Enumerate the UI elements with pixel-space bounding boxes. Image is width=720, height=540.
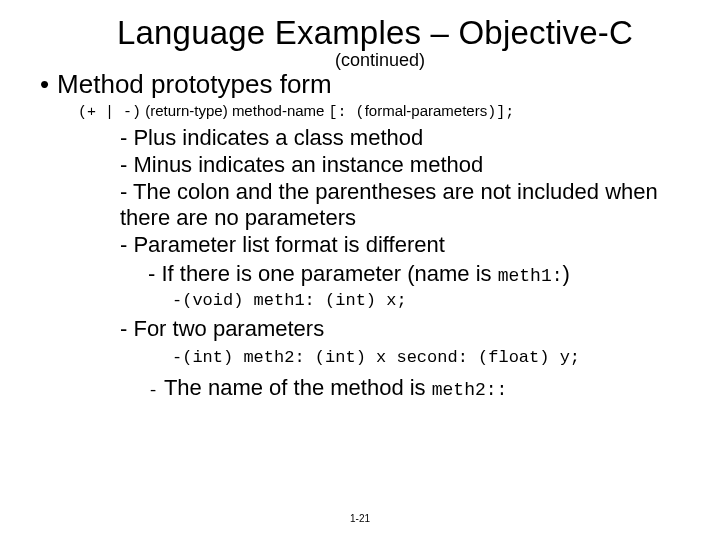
slide-title: Language Examples – Objective-C bbox=[60, 14, 690, 52]
l2-item: - Plus indicates a class method bbox=[120, 125, 660, 152]
l2-item: - The colon and the parentheses are not … bbox=[120, 179, 660, 233]
l2-item: - Minus indicates an instance method bbox=[120, 152, 660, 179]
code-line-1: -(void) meth1: (int) x; bbox=[172, 291, 690, 310]
bullet-level-3: - The name of the method is meth2:: bbox=[148, 375, 690, 401]
l3-text-c: ) bbox=[563, 261, 570, 286]
slide: Language Examples – Objective-C (continu… bbox=[0, 0, 720, 401]
syntax-bracket-close: )]; bbox=[487, 104, 514, 121]
syntax-plusminus: (+ | -) bbox=[78, 104, 141, 121]
l3b-text: The name of the method is bbox=[158, 375, 432, 400]
code-line-2: -(int) meth2: (int) x second: (float) y; bbox=[172, 348, 690, 367]
bullet-level-2-block: - Plus indicates a class method - Minus … bbox=[120, 125, 660, 259]
l2-item: - Parameter list format is different bbox=[120, 232, 660, 259]
syntax-bracket-open: [: ( bbox=[329, 104, 365, 121]
bullet-dot: • bbox=[40, 69, 49, 99]
page-number: 1-21 bbox=[0, 513, 720, 524]
bullet1-text: Method prototypes form bbox=[57, 69, 332, 99]
syntax-rettype: (return-type) method-name bbox=[145, 102, 324, 119]
l3-mono: meth1: bbox=[498, 266, 563, 286]
l3-dash: - bbox=[148, 381, 158, 400]
slide-subtitle: (continued) bbox=[70, 50, 690, 71]
syntax-params: formal-parameters bbox=[365, 102, 488, 119]
bullet-level-1: •Method prototypes form bbox=[40, 69, 690, 100]
l3b-mono: meth2:: bbox=[432, 380, 508, 400]
bullet-level-2: - For two parameters bbox=[120, 316, 690, 342]
l3-text-a: - If there is one parameter (name is bbox=[148, 261, 498, 286]
bullet-level-3: - If there is one parameter (name is met… bbox=[148, 261, 690, 287]
syntax-line: (+ | -) (return-type) method-name [: (fo… bbox=[78, 102, 690, 121]
